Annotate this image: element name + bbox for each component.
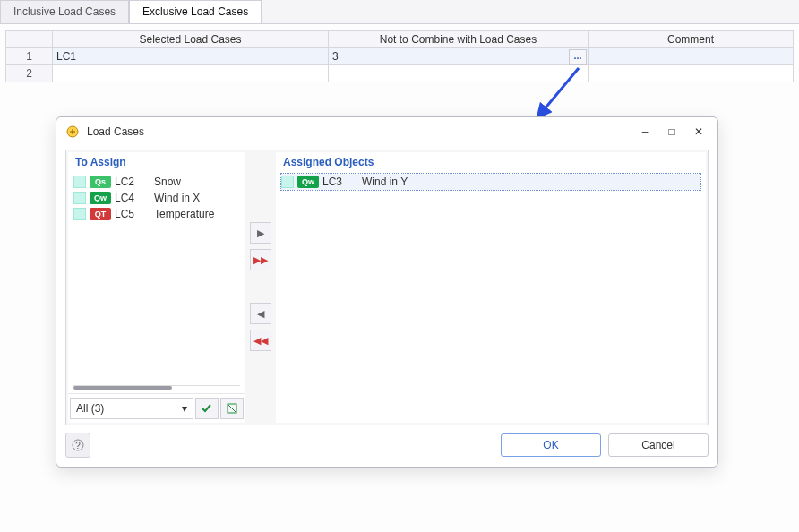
- maximize-button[interactable]: □: [658, 121, 685, 142]
- grid-corner: [6, 31, 53, 48]
- col-header-selected[interactable]: Selected Load Cases: [53, 31, 329, 48]
- deselect-all-button[interactable]: [220, 398, 244, 419]
- to-assign-panel: To Assign Qs LC2 Snow Qw LC4 Wind in X Q…: [68, 152, 245, 423]
- cell-comment[interactable]: [589, 65, 794, 82]
- select-all-icon: [201, 402, 213, 415]
- load-case-desc: Snow: [154, 176, 181, 188]
- help-icon: ?: [72, 439, 84, 451]
- cell-selected[interactable]: [53, 65, 329, 82]
- action-category-tag: Qw: [90, 192, 111, 204]
- svg-text:?: ?: [75, 441, 81, 450]
- minimize-button[interactable]: –: [631, 121, 658, 142]
- load-case-code: LC2: [115, 176, 150, 188]
- to-assign-header: To Assign: [68, 152, 245, 172]
- load-case-desc: Wind in X: [154, 192, 200, 204]
- close-button[interactable]: ✕: [685, 121, 712, 142]
- move-all-right-button[interactable]: ▶▶: [250, 249, 271, 270]
- cell-selected[interactable]: LC1: [53, 48, 329, 65]
- cell-not-combine[interactable]: 3 ...: [329, 48, 589, 65]
- tab-strip: Inclusive Load Cases Exclusive Load Case…: [0, 0, 799, 24]
- dialog-footer: ? OK Cancel: [65, 431, 709, 459]
- checkbox-icon[interactable]: [281, 176, 294, 188]
- load-case-code: LC5: [115, 208, 150, 220]
- load-cases-dialog: Load Cases – □ ✕ To Assign Qs LC2 Snow Q…: [56, 116, 718, 468]
- chevron-right-icon: ▶: [257, 227, 264, 239]
- transfer-gutter: ▶ ▶▶ ◀ ◀◀: [247, 150, 274, 425]
- to-assign-list[interactable]: Qs LC2 Snow Qw LC4 Wind in X QT LC5 Temp…: [68, 172, 245, 224]
- minimize-icon: –: [642, 125, 649, 138]
- action-category-tag: Qs: [90, 176, 111, 188]
- maximize-icon: □: [668, 125, 674, 138]
- checkbox-icon[interactable]: [73, 176, 86, 188]
- chevron-left-icon: ◀: [257, 308, 264, 320]
- load-case-code: LC3: [322, 176, 358, 188]
- cell-not-combine[interactable]: [329, 65, 589, 82]
- dialog-titlebar[interactable]: Load Cases – □ ✕: [56, 117, 717, 146]
- tab-exclusive-load-cases[interactable]: Exclusive Load Cases: [129, 0, 262, 23]
- row-number[interactable]: 2: [6, 65, 53, 82]
- load-case-desc: Temperature: [154, 208, 214, 220]
- load-case-code: LC4: [115, 192, 150, 204]
- select-all-button[interactable]: [195, 398, 219, 419]
- move-right-button[interactable]: ▶: [250, 222, 271, 244]
- row-number[interactable]: 1: [6, 48, 53, 65]
- help-button[interactable]: ?: [65, 433, 90, 458]
- grid-row[interactable]: 1 LC1 3 ...: [6, 48, 794, 65]
- cell-comment[interactable]: [589, 48, 794, 65]
- deselect-all-icon: [226, 402, 238, 415]
- cancel-button[interactable]: Cancel: [608, 433, 709, 457]
- filter-combo[interactable]: All (3) ▾: [70, 398, 193, 419]
- list-item[interactable]: Qw LC3 Wind in Y: [281, 174, 700, 190]
- svg-line-3: [228, 405, 236, 412]
- list-item[interactable]: Qw LC4 Wind in X: [73, 190, 240, 206]
- col-header-not-combine[interactable]: Not to Combine with Load Cases: [329, 31, 589, 48]
- assigned-header: Assigned Objects: [276, 152, 706, 172]
- checkbox-icon[interactable]: [73, 192, 86, 204]
- horizontal-scrollbar[interactable]: [73, 385, 240, 390]
- assigned-list[interactable]: Qw LC3 Wind in Y: [276, 172, 706, 192]
- action-category-tag: QT: [90, 208, 111, 220]
- tab-inclusive-load-cases[interactable]: Inclusive Load Cases: [0, 0, 129, 23]
- move-left-button[interactable]: ◀: [250, 303, 271, 324]
- double-chevron-right-icon: ▶▶: [253, 254, 268, 266]
- assigned-panel: Assigned Objects Qw LC3 Wind in Y: [276, 152, 706, 423]
- dialog-title: Load Cases: [87, 125, 631, 138]
- load-case-desc: Wind in Y: [362, 176, 408, 188]
- dialog-body: To Assign Qs LC2 Snow Qw LC4 Wind in X Q…: [65, 150, 709, 425]
- list-item[interactable]: QT LC5 Temperature: [73, 206, 240, 222]
- double-chevron-left-icon: ◀◀: [253, 335, 268, 347]
- close-icon: ✕: [694, 125, 703, 138]
- cell-not-combine-value: 3: [332, 50, 339, 63]
- checkbox-icon[interactable]: [73, 208, 86, 220]
- grid-row[interactable]: 2: [6, 65, 794, 82]
- list-item[interactable]: Qs LC2 Snow: [73, 174, 240, 190]
- filter-label: All (3): [76, 402, 104, 415]
- action-category-tag: Qw: [297, 176, 319, 188]
- load-cases-grid: Selected Load Cases Not to Combine with …: [5, 30, 794, 82]
- ok-button[interactable]: OK: [501, 433, 601, 457]
- col-header-comment[interactable]: Comment: [589, 31, 794, 48]
- to-assign-footer: All (3) ▾: [68, 393, 245, 423]
- open-picker-button[interactable]: ...: [569, 49, 587, 65]
- app-icon: [65, 124, 80, 139]
- move-all-left-button[interactable]: ◀◀: [250, 330, 271, 351]
- chevron-down-icon: ▾: [182, 402, 187, 415]
